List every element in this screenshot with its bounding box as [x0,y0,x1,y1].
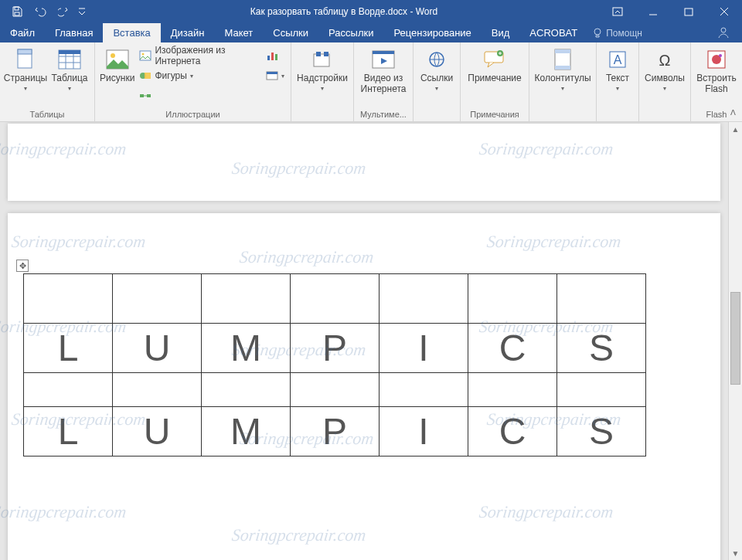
page-previous-bottom [8,124,720,201]
chevron-down-icon: ▾ [281,73,284,80]
group-links: Ссылки ▾ [414,42,461,121]
svg-rect-18 [267,56,270,60]
group-symbols: Ω Символы ▾ [639,42,691,121]
svg-text:Ω: Ω [659,52,671,69]
screenshot-button[interactable]: ▾ [266,67,284,84]
online-pictures-button[interactable]: Изображения из Интернета [139,47,261,64]
text-icon: A [605,47,630,72]
shapes-label: Фигуры [155,70,186,81]
redo-icon[interactable] [53,1,74,22]
smartart-icon [139,90,151,102]
chevron-down-icon: ▾ [616,85,619,92]
tab-file[interactable]: Файл [0,23,45,42]
undo-icon[interactable] [29,1,51,22]
symbols-button[interactable]: Ω Символы ▾ [642,46,687,93]
group-header-footer: Колонтитулы ▾ [529,42,597,121]
maximize-icon[interactable] [671,0,706,23]
scroll-thumb[interactable] [730,292,740,385]
ribbon-tabs: Файл Главная Вставка Дизайн Макет Ссылки… [0,23,742,42]
document-area[interactable]: ✥ LUMPICS LUMPICS [0,122,728,560]
window-title: Как разорвать таблицу в Ворде.docx - Wor… [88,6,600,17]
chevron-down-icon: ▾ [663,85,666,92]
flash-button[interactable]: Встроить Flash [694,46,739,97]
tell-me-search[interactable]: Помощн [592,23,642,42]
online-pictures-icon [139,49,151,62]
tab-design[interactable]: Дизайн [161,23,215,42]
tab-view[interactable]: Вид [482,23,520,42]
tab-layout[interactable]: Макет [214,23,263,42]
pages-icon [13,47,38,72]
shapes-button[interactable]: Фигуры ▾ [139,67,261,84]
minimize-icon[interactable] [635,0,671,23]
svg-rect-3 [685,8,693,15]
scroll-down-icon[interactable]: ▼ [729,546,742,560]
online-video-button[interactable]: Видео из Интернета [357,46,410,97]
addins-button[interactable]: Надстройки ▾ [294,46,350,93]
screenshot-icon [266,70,278,82]
group-comments-label: Примечания [461,110,529,121]
links-label: Ссылки [420,73,453,84]
comment-icon [482,47,507,72]
table-row [24,373,646,407]
window-controls [600,0,742,23]
svg-rect-19 [271,53,274,60]
chart-button[interactable] [266,47,284,64]
chevron-down-icon: ▾ [68,85,71,92]
group-media-label: Мультиме... [354,110,413,121]
pages-label: Страницы [4,73,47,84]
collapse-ribbon-icon[interactable]: ᐱ [730,108,736,117]
save-icon[interactable] [6,1,28,22]
chevron-down-icon: ▾ [321,85,324,92]
group-addins: Надстройки ▾ [291,42,354,121]
online-video-label: Видео из Интернета [359,73,408,95]
scroll-up-icon[interactable]: ▲ [729,122,742,136]
svg-rect-25 [373,51,394,54]
customize-qat-icon[interactable] [76,1,88,22]
svg-rect-0 [15,7,19,10]
document-table[interactable]: LUMPICS LUMPICS [23,273,646,456]
group-text: A Текст ▾ [597,42,639,121]
table-move-handle-icon[interactable]: ✥ [16,260,29,272]
svg-point-13 [142,53,145,56]
pages-button[interactable]: Страницы ▾ [3,46,48,93]
table-label: Таблица [51,73,87,84]
tab-references[interactable]: Ссылки [263,23,318,42]
close-icon[interactable] [706,0,742,23]
text-button[interactable]: A Текст ▾ [600,46,635,93]
tell-me-label: Помощн [606,28,642,39]
smartart-button[interactable] [139,87,261,104]
group-links-label [414,119,460,121]
tab-insert[interactable]: Вставка [103,23,160,42]
addins-label: Надстройки [297,73,348,84]
pictures-button[interactable]: Рисунки [98,46,136,86]
header-footer-button[interactable]: Колонтитулы ▾ [533,46,593,93]
svg-point-37 [719,54,722,57]
flash-label: Встроить Flash [696,73,737,95]
comment-button[interactable]: Примечание [464,46,526,86]
quick-access-toolbar [0,1,88,22]
vertical-scrollbar[interactable]: ▲ ▼ [728,122,742,560]
ribbon-display-options-icon[interactable] [600,0,635,23]
lightbulb-icon [592,28,603,39]
group-symbols-label [639,119,690,121]
group-addins-label [291,119,353,121]
tab-mailings[interactable]: Рассылки [318,23,383,42]
tab-acrobat[interactable]: ACROBAT [519,23,587,42]
group-media: Видео из Интернета Мультиме... [354,42,414,121]
svg-point-5 [721,28,726,32]
pictures-label: Рисунки [100,73,134,84]
group-illustrations-label: Иллюстрации [95,110,291,121]
tab-home[interactable]: Главная [45,23,103,42]
svg-point-4 [594,29,601,35]
svg-rect-31 [555,66,570,70]
account-icon[interactable] [717,26,730,41]
header-footer-label: Колонтитулы [534,73,591,84]
tab-review[interactable]: Рецензирование [383,23,481,42]
symbols-label: Символы [645,73,685,84]
svg-rect-20 [275,54,277,60]
svg-rect-2 [613,8,622,15]
text-label: Текст [606,73,629,84]
links-button[interactable]: Ссылки ▾ [417,46,457,93]
table-button[interactable]: Таблица ▾ [48,46,91,93]
svg-rect-9 [59,50,80,54]
